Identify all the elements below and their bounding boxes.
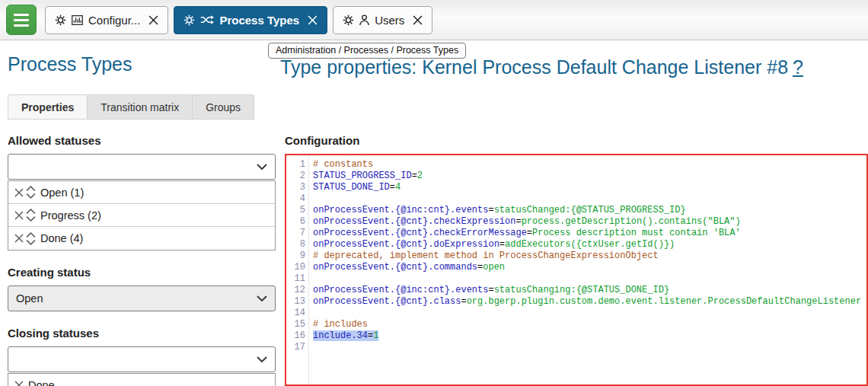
code-token-key: onProcessEvent.{@cnt}.commands: [313, 262, 477, 273]
app-tab-configuration[interactable]: Configur...: [45, 6, 168, 34]
tab-groups[interactable]: Groups: [193, 94, 254, 120]
allowed-status-item[interactable]: Progress (2): [8, 204, 275, 227]
sort-handle-icon[interactable]: [26, 186, 36, 199]
hamburger-icon: [14, 14, 29, 16]
select-value: Open: [16, 292, 43, 305]
status-item-label: Done: [28, 379, 55, 386]
sort-handle-icon[interactable]: [26, 232, 36, 245]
code-line: onProcessEvent.{@cnt}.doExpression=addEx…: [313, 239, 866, 250]
configuration-code-editor[interactable]: 1234567891011121314151617 # constantsSTA…: [285, 154, 868, 386]
code-line: STATUS_PROGRESS_ID=2: [313, 171, 866, 182]
help-link[interactable]: ?: [793, 56, 803, 78]
code-token-key: onProcessEvent.{@inc:cnt}.events: [313, 205, 488, 215]
closing-status-item[interactable]: Done: [8, 374, 275, 386]
hamburger-icon: [14, 24, 29, 27]
code-line: [313, 193, 866, 205]
code-line: onProcessEvent.{@cnt}.commands=open: [313, 262, 866, 273]
line-number: 7: [286, 228, 305, 239]
app-tab-process-types[interactable]: Process Types: [174, 6, 327, 34]
code-line: onProcessEvent.{@inc:cnt}.events=statusC…: [313, 285, 866, 296]
allowed-status-item[interactable]: Done (4): [8, 227, 275, 250]
tab-transition-matrix[interactable]: Transition matrix: [88, 94, 193, 120]
gear-icon: [55, 14, 66, 26]
app-tab-label: Configur...: [88, 14, 140, 27]
code-line: onProcessEvent.{@cnt}.class=org.bgerp.pl…: [313, 296, 866, 308]
line-number: 1: [286, 159, 305, 171]
line-number: 8: [286, 239, 305, 250]
line-number: 17: [286, 342, 305, 353]
remove-icon[interactable]: [14, 211, 24, 220]
sort-handle-icon[interactable]: [26, 209, 36, 222]
allowed-statuses-list: Open (1)Progress (2)Done (4): [8, 180, 276, 250]
code-token-plain: =: [515, 216, 521, 227]
code-line: # constants: [313, 159, 866, 171]
app-tab-users[interactable]: Users: [333, 6, 432, 34]
allowed-status-item[interactable]: Open (1): [8, 181, 275, 204]
hamburger-icon: [14, 19, 29, 21]
chevron-down-icon: [257, 356, 267, 362]
tab-properties[interactable]: Properties: [8, 94, 88, 120]
code-token-plain: =: [412, 171, 417, 181]
code-token-key: onProcessEvent.{@cnt}.checkErrorMessage: [313, 228, 527, 238]
close-icon[interactable]: [148, 15, 158, 25]
code-token-value: Process description must contain 'BLA': [532, 228, 741, 238]
line-number: 12: [286, 285, 305, 296]
code-token-key: include.34: [313, 330, 368, 341]
code-token-comment: # constants: [313, 159, 373, 170]
code-line: # includes: [313, 319, 866, 330]
code-line: [313, 308, 866, 319]
user-icon: [359, 14, 369, 26]
remove-icon[interactable]: [14, 188, 24, 197]
code-token-value: 2: [417, 171, 423, 181]
line-number: 6: [286, 216, 305, 228]
code-token-plain: =: [527, 228, 532, 238]
remove-icon[interactable]: [14, 381, 24, 386]
code-token-key: onProcessEvent.{@inc:cnt}.events: [313, 285, 488, 295]
line-number: 10: [286, 262, 305, 273]
code-token-plain: =: [499, 239, 505, 250]
detail-title-text: Type properties: Kernel Process Default …: [280, 56, 788, 78]
properties-form: Allowed statuses Open (1)Progress (2)Don…: [8, 134, 276, 386]
code-line: include.34=1: [313, 330, 866, 342]
breadcrumb-tooltip: Administration / Processes / Process Typ…: [268, 43, 466, 59]
line-number: 3: [286, 182, 305, 193]
code-token-value: statusChanged:{@STATUS_PROGRESS_ID}: [494, 205, 686, 215]
app-tabs: Configur...Process TypesUsers: [45, 6, 432, 34]
code-token-key: onProcessEvent.{@cnt}.class: [313, 296, 461, 307]
line-number: 9: [286, 250, 305, 262]
code-token-value: 4: [395, 182, 400, 193]
code-token-plain: =: [488, 285, 493, 295]
line-number: 16: [286, 330, 305, 342]
menu-button[interactable]: [6, 5, 37, 35]
status-item-label: Progress (2): [40, 209, 101, 222]
code-token-comment: # deprecated, implement method in Proces…: [313, 250, 659, 261]
remove-icon[interactable]: [14, 234, 24, 243]
code-token-plain: =: [461, 296, 466, 307]
app-tab-label: Users: [375, 14, 404, 27]
creating-status-select[interactable]: Open: [8, 286, 276, 311]
code-token-value: 1: [373, 330, 378, 341]
code-token-plain: =: [390, 182, 395, 193]
close-icon[interactable]: [413, 15, 423, 25]
code-line: # deprecated, implement method in Proces…: [313, 250, 866, 262]
code-token-value: org.bgerp.plugin.custom.demo.event.liste…: [467, 296, 861, 307]
shuffle-icon: [200, 15, 214, 24]
line-number: 11: [286, 273, 305, 285]
code-token-key: onProcessEvent.{@cnt}.doExpression: [313, 239, 499, 250]
chevron-down-icon: [257, 164, 267, 170]
line-numbers-gutter: 1234567891011121314151617: [286, 155, 309, 384]
allowed-statuses-label: Allowed statuses: [8, 134, 276, 147]
configuration-label: Configuration: [285, 134, 868, 147]
gear-icon: [343, 14, 354, 26]
closing-statuses-select[interactable]: [8, 346, 276, 372]
line-number: 2: [286, 171, 305, 182]
code-token-value: addExecutors({ctxUser.getId()}): [505, 239, 675, 250]
code-token-plain: =: [488, 205, 493, 215]
line-number: 5: [286, 205, 305, 216]
code-line: [313, 342, 866, 353]
closing-statuses-list: Done: [8, 373, 276, 386]
allowed-statuses-select[interactable]: [8, 154, 276, 180]
close-icon[interactable]: [308, 15, 318, 25]
code-line: onProcessEvent.{@cnt}.checkErrorMessage=…: [313, 228, 866, 239]
code-line: STATUS_DONE_ID=4: [313, 182, 866, 193]
